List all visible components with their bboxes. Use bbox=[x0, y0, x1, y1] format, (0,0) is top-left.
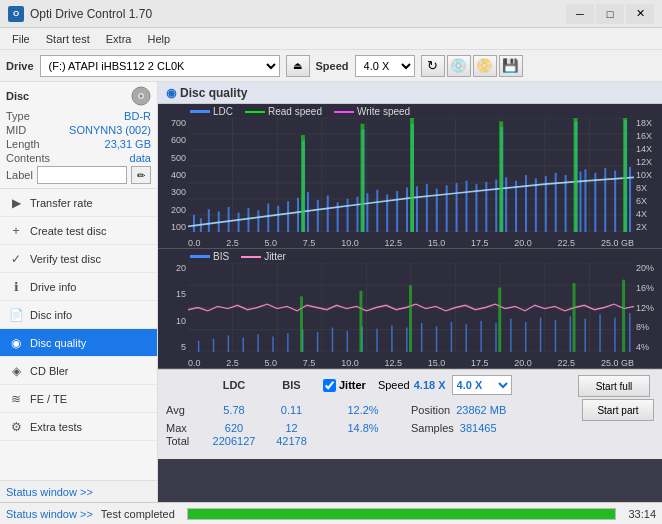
svg-rect-76 bbox=[623, 118, 627, 232]
drive-info-icon: ℹ bbox=[8, 280, 24, 294]
label-edit-button[interactable]: ✏ bbox=[131, 166, 151, 184]
status-time: 33:14 bbox=[628, 508, 656, 520]
minimize-button[interactable]: ─ bbox=[566, 4, 594, 24]
disc-button1[interactable]: 💿 bbox=[447, 55, 471, 77]
y2r-label-4p: 4% bbox=[634, 342, 662, 352]
label-input[interactable] bbox=[37, 166, 127, 184]
svg-rect-125 bbox=[573, 283, 576, 352]
y1r-label-12x: 12X bbox=[634, 157, 662, 167]
sidebar-item-disc-quality[interactable]: ◉ Disc quality bbox=[0, 329, 157, 357]
transfer-rate-icon: ▶ bbox=[8, 196, 24, 210]
svg-rect-110 bbox=[480, 321, 481, 352]
svg-rect-103 bbox=[376, 329, 377, 352]
svg-rect-74 bbox=[499, 121, 503, 232]
label-label: Label bbox=[6, 169, 33, 181]
svg-rect-73 bbox=[410, 118, 414, 232]
write-speed-legend: Write speed bbox=[334, 106, 410, 117]
svg-rect-54 bbox=[495, 180, 497, 232]
y1r-label-14x: 14X bbox=[634, 144, 662, 154]
svg-rect-119 bbox=[614, 318, 615, 352]
svg-rect-100 bbox=[332, 328, 333, 352]
start-part-button[interactable]: Start part bbox=[582, 399, 654, 421]
status-window-button-bottom[interactable]: Status window >> bbox=[6, 508, 93, 520]
lower-chart: BIS Jitter 20 15 10 5 20% 16% 12% 8% 4 bbox=[158, 249, 662, 369]
menu-file[interactable]: File bbox=[4, 31, 38, 47]
max-jitter: 14.8% bbox=[323, 422, 403, 434]
speed-select-stats[interactable]: 4.0 X bbox=[452, 375, 512, 395]
chart-title: Disc quality bbox=[180, 86, 247, 100]
start-full-button[interactable]: Start full bbox=[578, 375, 650, 397]
jitter-checkbox[interactable] bbox=[323, 379, 336, 392]
sidebar-item-verify-test-disc[interactable]: ✓ Verify test disc bbox=[0, 245, 157, 273]
bottom-statusbar: Status window >> Test completed 33:14 bbox=[0, 502, 662, 524]
svg-rect-66 bbox=[594, 173, 596, 232]
avg-bis: 0.11 bbox=[264, 404, 319, 416]
menu-start-test[interactable]: Start test bbox=[38, 31, 98, 47]
jitter-legend: Jitter bbox=[241, 251, 286, 262]
col-header-bis: BIS bbox=[264, 379, 319, 391]
speed-select[interactable]: 4.0 X bbox=[355, 55, 415, 77]
mid-value: SONYNN3 (002) bbox=[69, 124, 151, 136]
progress-bar-fill bbox=[188, 509, 616, 519]
status-window-button[interactable]: Status window >> bbox=[6, 486, 93, 498]
svg-rect-59 bbox=[535, 178, 537, 232]
chart-header: ◉ Disc quality bbox=[158, 82, 662, 104]
save-button[interactable]: 💾 bbox=[499, 55, 523, 77]
svg-rect-96 bbox=[272, 336, 273, 352]
svg-rect-124 bbox=[498, 287, 501, 352]
sidebar-item-create-test-disc[interactable]: + Create test disc bbox=[0, 217, 157, 245]
sidebar-item-transfer-rate[interactable]: ▶ Transfer rate bbox=[0, 189, 157, 217]
sidebar-item-cd-bler[interactable]: ◈ CD Bler bbox=[0, 357, 157, 385]
menu-help[interactable]: Help bbox=[139, 31, 178, 47]
svg-rect-47 bbox=[426, 184, 428, 232]
sidebar-item-drive-info[interactable]: ℹ Drive info bbox=[0, 273, 157, 301]
menu-extra[interactable]: Extra bbox=[98, 31, 140, 47]
create-test-disc-label: Create test disc bbox=[30, 225, 106, 237]
maximize-button[interactable]: □ bbox=[596, 4, 624, 24]
contents-value: data bbox=[130, 152, 151, 164]
avg-label: Avg bbox=[166, 404, 204, 416]
svg-rect-65 bbox=[584, 169, 586, 232]
y1r-label-4x: 4X bbox=[634, 209, 662, 219]
samples-label: Samples bbox=[411, 422, 454, 434]
svg-rect-122 bbox=[359, 291, 362, 352]
svg-rect-121 bbox=[300, 296, 303, 352]
svg-rect-22 bbox=[208, 209, 210, 232]
verify-test-disc-label: Verify test disc bbox=[30, 253, 101, 265]
total-label: Total bbox=[166, 435, 204, 447]
y2-label-20: 20 bbox=[158, 263, 188, 273]
sidebar-item-disc-info[interactable]: 📄 Disc info bbox=[0, 301, 157, 329]
samples-val: 381465 bbox=[460, 422, 497, 434]
disc-quality-label: Disc quality bbox=[30, 337, 86, 349]
svg-rect-56 bbox=[505, 177, 507, 232]
y1-label-400: 400 bbox=[158, 170, 188, 180]
svg-rect-95 bbox=[257, 334, 258, 352]
col-header-jitter: Jitter bbox=[339, 379, 366, 391]
svg-rect-41 bbox=[376, 190, 378, 232]
svg-rect-116 bbox=[570, 316, 571, 352]
svg-rect-40 bbox=[366, 193, 368, 232]
fe-te-icon: ≋ bbox=[8, 392, 24, 406]
svg-rect-34 bbox=[317, 200, 319, 232]
eject-button[interactable]: ⏏ bbox=[286, 55, 310, 77]
svg-rect-112 bbox=[510, 319, 511, 352]
refresh-button[interactable]: ↻ bbox=[421, 55, 445, 77]
disc-panel: Disc Type BD-R MID SONYNN3 (002) Length … bbox=[0, 82, 157, 189]
svg-rect-20 bbox=[193, 215, 195, 232]
sidebar-item-extra-tests[interactable]: ⚙ Extra tests bbox=[0, 413, 157, 441]
y1-label-100: 100 bbox=[158, 222, 188, 232]
y1r-label-6x: 6X bbox=[634, 196, 662, 206]
upper-chart: LDC Read speed Write speed 700 600 500 4… bbox=[158, 104, 662, 249]
sidebar-item-fe-te[interactable]: ≋ FE / TE bbox=[0, 385, 157, 413]
content-area: ◉ Disc quality LDC Read speed Write spee… bbox=[158, 82, 662, 502]
disc-button2[interactable]: 📀 bbox=[473, 55, 497, 77]
disc-icon bbox=[131, 86, 151, 106]
stats-panel: LDC BIS Jitter Speed 4.18 X 4.0 X Start … bbox=[158, 369, 662, 459]
drive-select[interactable]: (F:) ATAPI iHBS112 2 CL0K bbox=[40, 55, 280, 77]
close-button[interactable]: ✕ bbox=[626, 4, 654, 24]
y2r-label-12p: 12% bbox=[634, 303, 662, 313]
y1-label-200: 200 bbox=[158, 205, 188, 215]
y1r-label-16x: 16X bbox=[634, 131, 662, 141]
drive-info-label: Drive info bbox=[30, 281, 76, 293]
svg-rect-51 bbox=[466, 181, 468, 232]
